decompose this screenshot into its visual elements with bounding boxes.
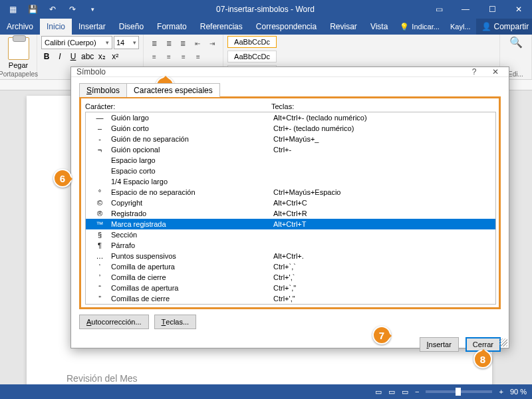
zoom-slider[interactable] xyxy=(426,390,492,393)
tab-archivo[interactable]: Archivo xyxy=(0,19,40,35)
align-left-button[interactable]: ≡ xyxy=(148,51,161,63)
view-print-icon[interactable]: ▭ xyxy=(388,388,395,396)
indent-inc-button[interactable]: ⇥ xyxy=(205,37,219,49)
align-center-button[interactable]: ≡ xyxy=(162,51,176,63)
char-name: Comilla de cierre xyxy=(111,273,273,281)
list-item[interactable]: §Sección xyxy=(86,229,495,240)
char-name: 1/4 Espacio largo xyxy=(111,178,273,186)
list-item[interactable]: ”Comillas de cierreCtrl+'," xyxy=(86,293,495,304)
indent-dec-button[interactable]: ⇤ xyxy=(191,37,204,49)
strike-button[interactable]: abc xyxy=(81,52,94,61)
list-item[interactable]: ®RegistradoAlt+Ctrl+R xyxy=(86,208,495,219)
list-item[interactable]: …Puntos suspensivosAlt+Ctrl+. xyxy=(86,251,495,261)
list-item[interactable]: ¶Párrafo xyxy=(86,240,495,251)
tab-correspondencia[interactable]: Correspondencia xyxy=(249,19,323,35)
style-nospacing[interactable]: AaBbCcDc xyxy=(227,51,277,63)
tab-inicio[interactable]: Inicio xyxy=(40,19,72,35)
font-size-combo[interactable]: 14▾ xyxy=(114,36,139,49)
list-item[interactable]: “Comillas de aperturaCtrl+`," xyxy=(86,283,495,293)
callout-7: 7 xyxy=(372,326,391,344)
minimize-icon[interactable]: — xyxy=(452,0,479,19)
tab-revisar[interactable]: Revisar xyxy=(323,19,364,35)
view-read-icon[interactable]: ▭ xyxy=(375,388,382,396)
tab-insertar[interactable]: Insertar xyxy=(72,19,112,35)
align-right-button[interactable]: ≡ xyxy=(177,51,190,63)
undo-icon[interactable]: ↶ xyxy=(44,1,61,17)
insert-button[interactable]: Insertar xyxy=(420,337,459,352)
char-glyph: © xyxy=(88,199,111,207)
paste-icon[interactable] xyxy=(8,37,29,60)
find-icon[interactable]: 🔍 xyxy=(509,36,523,49)
multilevel-button[interactable]: ≣ xyxy=(177,37,190,49)
list-item[interactable]: 1/4 Espacio largo xyxy=(86,176,495,187)
list-item[interactable]: ‘Comilla de aperturaCtrl+`,` xyxy=(86,261,495,272)
superscript-button[interactable]: x² xyxy=(110,52,120,61)
window-title: 07-insertar-simbolos - Word xyxy=(105,5,426,14)
share-button[interactable]: 👤 Compartir xyxy=(476,19,533,35)
close-icon[interactable]: ✕ xyxy=(487,67,503,76)
list-item[interactable]: –Guión cortoCtrl+- (teclado numérico) xyxy=(86,123,495,134)
help-icon[interactable]: ? xyxy=(466,67,482,76)
tell-me[interactable]: 💡 Indicar... xyxy=(394,19,445,35)
list-item[interactable]: Espacio largo xyxy=(86,155,495,166)
bold-button[interactable]: B xyxy=(41,52,52,61)
shortcut-button[interactable]: Teclas... xyxy=(154,315,197,329)
char-name: Párrafo xyxy=(111,241,273,249)
tab-diseno[interactable]: Diseño xyxy=(112,19,150,35)
account-name[interactable]: Kayl... xyxy=(445,19,476,35)
tab-vista[interactable]: Vista xyxy=(364,19,394,35)
list-item[interactable]: —Guión largoAlt+Ctrl+- (teclado numérico… xyxy=(86,112,495,123)
char-shortcut: Alt+Ctrl+- (teclado numérico) xyxy=(273,114,495,122)
redo-icon[interactable]: ↷ xyxy=(64,1,81,17)
char-glyph: ” xyxy=(88,295,111,303)
editing-group-label: Edi... xyxy=(508,70,523,78)
tab-formato[interactable]: Formato xyxy=(150,19,194,35)
close-window-icon[interactable]: ✕ xyxy=(505,0,532,19)
list-item[interactable]: -Guión de no separaciónCtrl+Mayús+_ xyxy=(86,134,495,144)
justify-button[interactable]: ≡ xyxy=(192,51,205,63)
list-item[interactable]: ©CopyrightAlt+Ctrl+C xyxy=(86,198,495,208)
status-bar: ▭ ▭ ▭ − + 90 % xyxy=(0,384,532,399)
tab-referencias[interactable]: Referencias xyxy=(194,19,249,35)
list-item[interactable]: Espacio corto xyxy=(86,166,495,176)
zoom-value[interactable]: 90 % xyxy=(510,388,527,396)
dialog-title: Símbolo xyxy=(76,67,106,76)
italic-button[interactable]: I xyxy=(55,52,65,61)
style-normal[interactable]: AaBbCcDc xyxy=(227,36,277,48)
zoom-in-icon[interactable]: + xyxy=(499,388,503,396)
symbol-dialog: Símbolo ? ✕ Símbolos Caracteres especial… xyxy=(70,66,509,348)
paste-label[interactable]: Pegar xyxy=(9,61,28,69)
chevron-down-icon: ▾ xyxy=(106,39,109,46)
ribbon-options-icon[interactable]: ▭ xyxy=(426,0,452,19)
special-char-list[interactable]: —Guión largoAlt+Ctrl+- (teclado numérico… xyxy=(85,112,496,305)
char-glyph: - xyxy=(88,135,111,143)
numbering-button[interactable]: ≣ xyxy=(162,37,176,49)
list-item[interactable]: ™Marca registradaAlt+Ctrl+T xyxy=(86,219,495,229)
list-item[interactable]: ¬Guión opcionalCtrl+- xyxy=(86,144,495,155)
maximize-icon[interactable]: ☐ xyxy=(479,0,505,19)
char-glyph: ‘ xyxy=(88,263,111,271)
char-name: Guión corto xyxy=(111,124,273,132)
char-name: Espacio corto xyxy=(111,167,273,175)
char-glyph: ™ xyxy=(88,220,111,228)
autocorrect-button[interactable]: Autocorrección... xyxy=(79,315,149,329)
tab-special-chars[interactable]: Caracteres especiales xyxy=(126,83,220,97)
save-icon[interactable]: 💾 xyxy=(24,1,41,17)
bullets-button[interactable]: ≣ xyxy=(148,37,161,49)
tab-symbols[interactable]: Símbolos xyxy=(79,83,127,97)
subscript-button[interactable]: x₂ xyxy=(96,52,107,61)
view-web-icon[interactable]: ▭ xyxy=(402,388,408,396)
char-glyph: § xyxy=(88,231,111,239)
qat-more-icon[interactable]: ▾ xyxy=(84,1,101,17)
list-item[interactable]: °Espacio de no separaciónCtrl+Mayús+Espa… xyxy=(86,187,495,198)
char-shortcut: Ctrl+Mayús+Espacio xyxy=(273,188,495,196)
underline-button[interactable]: U xyxy=(68,52,78,61)
zoom-out-icon[interactable]: − xyxy=(415,388,419,396)
title-bar: ▦ 💾 ↶ ↷ ▾ 07-insertar-simbolos - Word ▭ … xyxy=(0,0,532,19)
app-menu-icon[interactable]: ▦ xyxy=(4,1,21,17)
char-shortcut: Alt+Ctrl+T xyxy=(273,220,495,228)
font-name-combo[interactable]: Calibri (Cuerpo)▾ xyxy=(41,36,112,49)
list-item[interactable]: ’Comilla de cierreCtrl+',` xyxy=(86,272,495,283)
resize-grip-icon[interactable] xyxy=(499,338,507,346)
char-glyph: ’ xyxy=(88,273,111,281)
